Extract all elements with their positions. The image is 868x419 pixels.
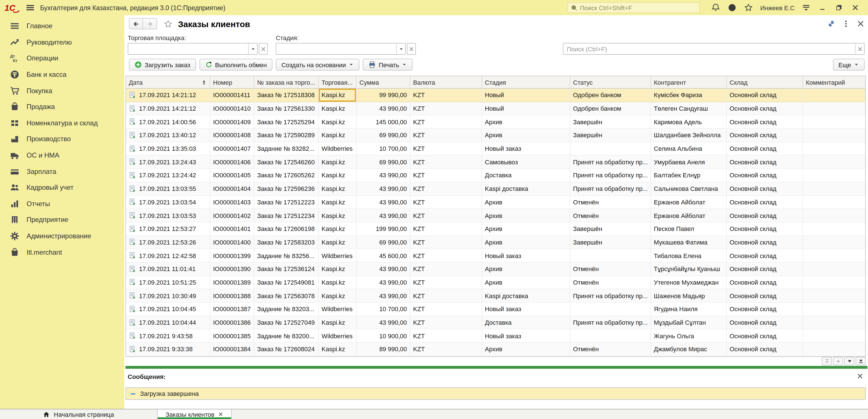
cell-stage[interactable]: Архив bbox=[482, 223, 570, 235]
cell-number[interactable]: IO000001407 bbox=[210, 142, 254, 155]
cell-order-no[interactable]: Заказ № 172512223 bbox=[254, 196, 319, 208]
cell-warehouse[interactable]: Основной склад bbox=[727, 223, 803, 235]
service-menu-icon[interactable] bbox=[802, 3, 810, 12]
cell-order-no[interactable]: Задание № 83282... bbox=[254, 142, 319, 155]
cell-warehouse[interactable]: Основной склад bbox=[727, 196, 803, 208]
panel-splitter[interactable] bbox=[125, 366, 867, 369]
cell-number[interactable]: IO000001402 bbox=[210, 209, 254, 222]
minimize-button[interactable] bbox=[819, 4, 826, 11]
cell-warehouse[interactable]: Основной склад bbox=[727, 276, 803, 289]
cell-date[interactable]: 17.09.2021 13:40:12 bbox=[126, 129, 210, 141]
cell-status[interactable]: Отменён bbox=[570, 209, 651, 222]
cell-status[interactable]: Отменён bbox=[570, 276, 651, 289]
cell-currency[interactable]: KZT bbox=[410, 129, 482, 141]
cell-stage[interactable]: Доставка bbox=[482, 316, 570, 329]
sidebar-item-otchety[interactable]: Отчеты bbox=[0, 196, 124, 212]
cell-currency[interactable]: KZT bbox=[410, 316, 482, 329]
cell-number[interactable]: IO000001406 bbox=[210, 156, 254, 168]
cell-sum[interactable]: 43 990,00 bbox=[356, 276, 410, 289]
restore-button[interactable] bbox=[835, 4, 843, 11]
cell-comment[interactable] bbox=[803, 263, 866, 275]
cell-marketplace[interactable]: Wildberries bbox=[319, 329, 356, 342]
cell-comment[interactable] bbox=[803, 343, 866, 355]
message-item[interactable]: Загрузка завершена bbox=[125, 387, 866, 400]
cell-sum[interactable]: 145 000,00 bbox=[356, 116, 410, 128]
favorites-star-icon[interactable] bbox=[744, 3, 753, 12]
cell-date[interactable]: 17.09.2021 12:53:27 bbox=[126, 223, 210, 235]
column-header-currency[interactable]: Валюта bbox=[410, 76, 482, 88]
column-header-number[interactable]: Номер bbox=[210, 76, 254, 88]
cell-currency[interactable]: KZT bbox=[410, 263, 482, 275]
sidebar-item-kadrovyy-uchet[interactable]: Кадровый учет bbox=[0, 180, 124, 196]
cell-date[interactable]: 17.09.2021 11:01:41 bbox=[126, 263, 210, 275]
cell-status[interactable]: Отменён bbox=[570, 196, 651, 208]
cell-sum[interactable]: 10 700,00 bbox=[356, 142, 410, 155]
cell-status[interactable] bbox=[570, 303, 651, 315]
cell-date[interactable]: 17.09.2021 9:43:58 bbox=[126, 329, 210, 342]
cell-sum[interactable]: 199 990,00 bbox=[356, 223, 410, 235]
cell-sum[interactable]: 43 990,00 bbox=[356, 196, 410, 208]
stage-dropdown-button[interactable] bbox=[396, 43, 405, 54]
messages-close-icon[interactable] bbox=[857, 373, 864, 380]
cell-contragent[interactable]: Күмісбек Фариза bbox=[651, 89, 727, 101]
cell-order-no[interactable]: Задание № 83203... bbox=[254, 303, 319, 315]
cell-comment[interactable] bbox=[803, 329, 866, 342]
cell-contragent[interactable]: Ержанов Айболат bbox=[651, 196, 727, 208]
table-row[interactable]: 17.09.2021 12:53:26IO000001400Заказ № 17… bbox=[126, 236, 865, 249]
cell-marketplace[interactable]: Kaspi.kz bbox=[319, 183, 356, 195]
cell-comment[interactable] bbox=[803, 89, 866, 101]
cell-stage[interactable]: Архив bbox=[482, 116, 570, 128]
cell-stage[interactable]: Kaspi доставка bbox=[482, 289, 570, 302]
cell-order-no[interactable]: Заказ № 172561330 bbox=[254, 102, 319, 115]
get-link-icon[interactable] bbox=[827, 20, 835, 28]
cell-order-no[interactable]: Заказ № 172546260 bbox=[254, 156, 319, 168]
cell-date[interactable]: 17.09.2021 13:03:53 bbox=[126, 209, 210, 222]
cell-warehouse[interactable]: Основной склад bbox=[727, 209, 803, 222]
global-search-box[interactable] bbox=[567, 2, 700, 13]
cell-order-no[interactable]: Заказ № 172563078 bbox=[254, 289, 319, 302]
cell-number[interactable]: IO000001410 bbox=[210, 102, 254, 115]
cell-currency[interactable]: KZT bbox=[410, 343, 482, 355]
sidebar-item-proizvodstvo[interactable]: Производство bbox=[0, 131, 124, 147]
cell-contragent[interactable]: Ержанов Айболат bbox=[651, 209, 727, 222]
cell-marketplace[interactable]: Kaspi.kz bbox=[319, 169, 356, 182]
sidebar-item-administrirovanie[interactable]: Администрирование bbox=[0, 228, 124, 244]
sidebar-item-bank-i-kassa[interactable]: Банк и касса bbox=[0, 67, 124, 83]
cell-marketplace[interactable]: Kaspi.kz bbox=[319, 236, 356, 249]
cell-warehouse[interactable]: Основной склад bbox=[727, 263, 803, 275]
cell-date[interactable]: 17.09.2021 12:53:26 bbox=[126, 236, 210, 249]
table-row[interactable]: 17.09.2021 13:03:54IO000001403Заказ № 17… bbox=[126, 196, 865, 209]
stage-filter-input[interactable] bbox=[276, 43, 396, 54]
cell-warehouse[interactable]: Основной склад bbox=[727, 89, 803, 101]
cell-number[interactable]: IO000001388 bbox=[210, 289, 254, 302]
cell-stage[interactable]: Архив bbox=[482, 276, 570, 289]
cell-comment[interactable] bbox=[803, 303, 866, 315]
cell-status[interactable]: Завершён bbox=[570, 116, 651, 128]
cell-number[interactable]: IO000001404 bbox=[210, 183, 254, 195]
cell-warehouse[interactable]: Основной склад bbox=[727, 249, 803, 262]
cell-marketplace[interactable]: Kaspi.kz bbox=[319, 129, 356, 141]
cell-sum[interactable]: 69 990,00 bbox=[356, 156, 410, 168]
cell-number[interactable]: IO000001384 bbox=[210, 343, 254, 355]
stage-clear-button[interactable] bbox=[407, 43, 416, 55]
tab-close-icon[interactable] bbox=[218, 412, 223, 417]
cell-contragent[interactable]: Тұрсұнбайұлы Қуаныш bbox=[651, 263, 727, 275]
cell-stage[interactable]: Доставка bbox=[482, 169, 570, 182]
cell-stage[interactable]: Kaspi доставка bbox=[482, 183, 570, 195]
list-search-input[interactable] bbox=[563, 43, 855, 54]
cell-marketplace[interactable]: Kaspi.kz bbox=[319, 156, 356, 168]
cell-sum[interactable]: 99 990,00 bbox=[356, 89, 410, 101]
cell-marketplace[interactable]: Wildberries bbox=[319, 142, 356, 155]
cell-stage[interactable]: Архив bbox=[482, 129, 570, 141]
cell-currency[interactable]: KZT bbox=[410, 209, 482, 222]
cell-date[interactable]: 17.09.2021 13:35:03 bbox=[126, 142, 210, 155]
cell-date[interactable]: 17.09.2021 14:21:12 bbox=[126, 89, 210, 101]
marketplace-clear-button[interactable] bbox=[259, 43, 268, 55]
cell-comment[interactable] bbox=[803, 129, 866, 141]
cell-status[interactable]: Принят на обработку пр... bbox=[570, 316, 651, 329]
cell-warehouse[interactable]: Основной склад bbox=[727, 183, 803, 195]
table-row[interactable]: 17.09.2021 13:24:42IO000001405Заказ № 17… bbox=[126, 169, 865, 182]
scroll-to-top-button[interactable] bbox=[822, 357, 832, 365]
cell-number[interactable]: IO000001408 bbox=[210, 129, 254, 141]
cell-marketplace[interactable]: Kaspi.kz bbox=[319, 196, 356, 208]
